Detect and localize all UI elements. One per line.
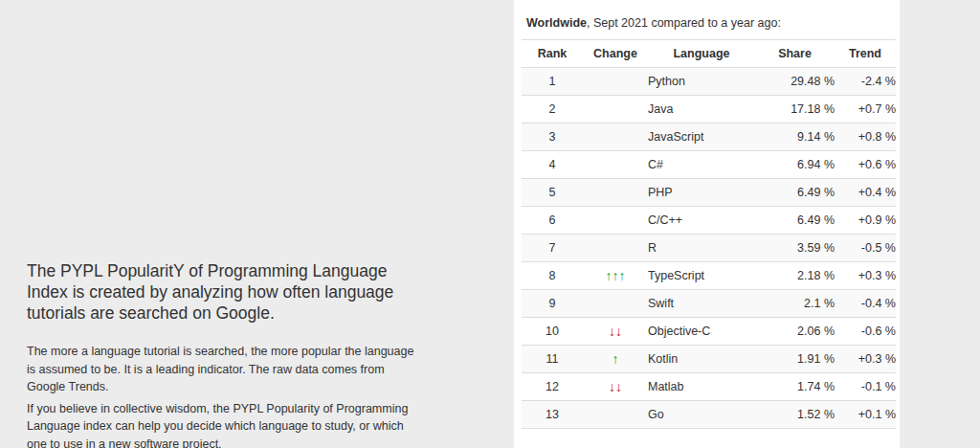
cell-change	[583, 290, 648, 318]
cell-change	[583, 151, 648, 179]
table-row: 3JavaScript9.14 %+0.8 %	[522, 123, 896, 151]
cell-change	[583, 68, 648, 96]
table-row: 2Java17.18 %+0.7 %	[522, 96, 896, 123]
cell-language: Swift	[648, 290, 755, 318]
cell-trend: +0.6 %	[835, 151, 896, 179]
cell-share: 3.59 %	[755, 235, 835, 262]
cell-share: 2.1 %	[755, 290, 835, 318]
cell-change: ↑↑↑	[583, 262, 648, 290]
column-header-change: Change	[583, 40, 648, 68]
table-row: 6C/C++6.49 %+0.9 %	[522, 207, 896, 235]
cell-rank: 12	[522, 373, 583, 401]
cell-share: 6.49 %	[755, 179, 835, 207]
cell-language: Java	[648, 96, 755, 123]
table-row: 11↑Kotlin1.91 %+0.3 %	[522, 346, 896, 373]
cell-rank: 1	[522, 68, 583, 96]
cell-language: Kotlin	[648, 346, 755, 373]
table-caption: Worldwide, Sept 2021 compared to a year …	[522, 16, 892, 30]
region-label: Worldwide	[526, 16, 587, 30]
cell-trend: +0.9 %	[835, 207, 896, 235]
cell-change: ↓↓	[583, 373, 648, 401]
cell-change: ↑	[583, 346, 648, 373]
cell-change: ↓↓	[583, 318, 648, 346]
cell-language: C#	[648, 151, 755, 179]
cell-trend: +0.3 %	[835, 262, 896, 290]
cell-rank: 6	[522, 207, 583, 235]
cell-trend: -0.5 %	[835, 235, 896, 262]
cell-share: 1.52 %	[755, 401, 835, 429]
column-header-language: Language	[648, 40, 755, 68]
table-row: 4C#6.94 %+0.6 %	[522, 151, 896, 179]
cell-rank: 4	[522, 151, 583, 179]
table-row: 7R3.59 %-0.5 %	[522, 235, 896, 262]
table-row: 13Go1.52 %+0.1 %	[522, 401, 896, 429]
cell-language: Go	[648, 401, 755, 429]
intro-paragraph-1: The more a language tutorial is searched…	[27, 343, 425, 396]
intro-text-block: The PYPL PopularitY of Programming Langu…	[27, 260, 425, 448]
pypl-index-page: The PYPL PopularitY of Programming Langu…	[0, 0, 980, 448]
rank-up-arrow-icon: ↑	[612, 351, 619, 367]
cell-change	[583, 123, 648, 151]
cell-rank: 2	[522, 96, 583, 123]
cell-change	[583, 235, 648, 262]
cell-rank: 9	[522, 290, 583, 318]
column-header-trend: Trend	[835, 40, 896, 68]
cell-language: TypeScript	[648, 262, 755, 290]
cell-change	[583, 401, 648, 429]
column-header-rank: Rank	[522, 40, 583, 68]
intro-heading: The PYPL PopularitY of Programming Langu…	[27, 260, 408, 324]
table-body: 1Python29.48 %-2.4 %2Java17.18 %+0.7 %3J…	[522, 68, 896, 429]
cell-share: 2.06 %	[755, 318, 835, 346]
table-row: 5PHP6.49 %+0.4 %	[522, 179, 896, 207]
intro-paragraph-2: If you believe in collective wisdom, the…	[27, 400, 425, 448]
cell-trend: +0.7 %	[835, 96, 896, 123]
cell-language: Python	[648, 68, 755, 96]
language-index-table: Rank Change Language Share Trend 1Python…	[522, 39, 896, 429]
cell-rank: 3	[522, 123, 583, 151]
table-row: 8↑↑↑TypeScript2.18 %+0.3 %	[522, 262, 896, 290]
cell-rank: 11	[522, 346, 583, 373]
table-row: 9Swift2.1 %-0.4 %	[522, 290, 896, 318]
cell-change	[583, 207, 648, 235]
cell-rank: 10	[522, 318, 583, 346]
table-row: 1Python29.48 %-2.4 %	[522, 68, 896, 96]
cell-trend: -0.1 %	[835, 373, 896, 401]
cell-share: 6.49 %	[755, 207, 835, 235]
cell-trend: +0.1 %	[835, 401, 896, 429]
table-header-row: Rank Change Language Share Trend	[522, 40, 896, 68]
cell-rank: 13	[522, 401, 583, 429]
cell-rank: 5	[522, 179, 583, 207]
cell-share: 1.91 %	[755, 346, 835, 373]
cell-trend: -0.4 %	[835, 290, 896, 318]
cell-trend: +0.8 %	[835, 123, 896, 151]
cell-trend: -0.6 %	[835, 318, 896, 346]
rank-down-arrow-icon: ↓↓	[609, 379, 622, 394]
rank-up-arrow-icon: ↑↑↑	[606, 268, 626, 283]
column-header-share: Share	[755, 40, 835, 68]
cell-rank: 7	[522, 235, 583, 262]
cell-share: 6.94 %	[755, 151, 835, 179]
cell-language: Matlab	[648, 373, 755, 401]
cell-language: R	[648, 235, 755, 262]
table-row: 12↓↓Matlab1.74 %-0.1 %	[522, 373, 896, 401]
rank-down-arrow-icon: ↓↓	[609, 324, 622, 339]
cell-share: 2.18 %	[755, 262, 835, 290]
cell-language: JavaScript	[648, 123, 755, 151]
cell-share: 29.48 %	[755, 68, 835, 96]
cell-share: 9.14 %	[755, 123, 835, 151]
cell-trend: +0.4 %	[835, 179, 896, 207]
cell-language: Objective-C	[648, 318, 755, 346]
index-table-panel: Worldwide, Sept 2021 compared to a year …	[514, 0, 900, 448]
cell-trend: +0.3 %	[835, 346, 896, 373]
cell-language: C/C++	[648, 207, 755, 235]
cell-rank: 8	[522, 262, 583, 290]
cell-share: 1.74 %	[755, 373, 835, 401]
cell-change	[583, 96, 648, 123]
cell-trend: -2.4 %	[835, 68, 896, 96]
cell-language: PHP	[648, 179, 755, 207]
cell-change	[583, 179, 648, 207]
table-row: 10↓↓Objective-C2.06 %-0.6 %	[522, 318, 896, 346]
cell-share: 17.18 %	[755, 96, 835, 123]
caption-subtitle: , Sept 2021 compared to a year ago:	[587, 16, 781, 30]
